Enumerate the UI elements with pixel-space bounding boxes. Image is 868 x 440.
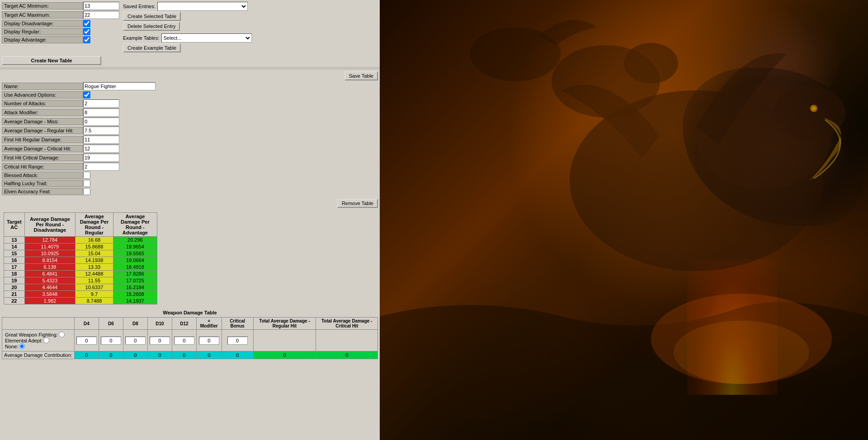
gwf-radio[interactable]: [59, 332, 65, 337]
attacks-input[interactable]: [83, 99, 119, 108]
create-new-table-button[interactable]: Create New Table: [2, 56, 101, 65]
display-reg-checkbox[interactable]: [83, 28, 90, 35]
dis-cell: 6.4841: [24, 271, 75, 277]
avg-contribution-row: Average Damage Contribution: 0 0 0 0 0 0…: [2, 351, 378, 359]
first-hit-crit-input[interactable]: [83, 154, 119, 162]
elven-checkbox[interactable]: [83, 188, 90, 195]
dis-cell: 4.4644: [24, 284, 75, 291]
display-adv-checkbox[interactable]: [83, 36, 90, 43]
halfling-row: Halfling Lucky Trait:: [2, 180, 378, 187]
saved-entries-select[interactable]: [157, 2, 248, 11]
avg-miss-row: Average Damage - Miss:: [2, 117, 378, 126]
create-table-row: Create New Table: [0, 54, 380, 67]
header-adv: Average Damage Per Round - Advantage: [113, 213, 157, 237]
avg-crit-input[interactable]: [83, 145, 119, 153]
adv-cell: 18.4918: [113, 264, 157, 271]
adv-cell: 19.5565: [113, 250, 157, 257]
target-ac-min-input[interactable]: [83, 2, 119, 10]
avg-reg-input[interactable]: [83, 126, 119, 135]
ea-radio[interactable]: [43, 337, 49, 343]
name-input[interactable]: [83, 82, 156, 90]
weapon-header-row: D4 D6 D8 D10 D12 + Modifier Critical Bon…: [2, 318, 378, 330]
avg-crit-label: Average Damage - Critical Hit:: [2, 145, 83, 152]
weapon-crit-header: Critical Bonus: [222, 318, 253, 330]
reg-cell: 11.55: [75, 277, 113, 284]
avg-miss-input[interactable]: [83, 117, 119, 126]
avg-d8-cell: 0: [123, 351, 147, 359]
dis-cell: 12.784: [24, 237, 75, 243]
avg-crit-row: Average Damage - Critical Hit:: [2, 145, 378, 153]
reg-cell: 9.7: [75, 291, 113, 298]
display-dis-label: Display Disadvantage:: [2, 20, 83, 27]
saved-entries-label: Saved Entries:: [123, 4, 156, 9]
table-row: 204.464410.633716.2184: [4, 284, 157, 291]
delete-selected-button[interactable]: Delete Selected Entry: [123, 22, 180, 31]
gwf-row: Great Weapon Fighting:: [5, 332, 65, 337]
create-selected-button[interactable]: Create Selected Table: [123, 12, 181, 21]
first-hit-reg-input[interactable]: [83, 136, 119, 144]
reg-cell: 10.6337: [75, 284, 113, 291]
avg-d10-cell: 0: [147, 351, 172, 359]
none-radio[interactable]: [19, 343, 25, 349]
attack-mod-input[interactable]: [83, 108, 119, 117]
target-ac-max-input[interactable]: [83, 11, 119, 19]
crit-range-label: Critical Hit Range:: [2, 163, 83, 170]
crit-range-row: Critical Hit Range:: [2, 163, 378, 171]
d10-input[interactable]: [150, 337, 170, 345]
example-tables-row: Example Tables: Select...: [123, 33, 252, 42]
svg-point-2: [773, 86, 845, 140]
target-ac-min-label: Target AC Minimum:: [2, 2, 83, 9]
blessed-checkbox[interactable]: [83, 172, 90, 179]
name-label: Name:: [2, 83, 83, 90]
table-row: 176.13813.3318.4918: [4, 264, 157, 271]
example-tables-select[interactable]: Select...: [161, 33, 252, 42]
d6-input[interactable]: [101, 337, 121, 345]
halfling-label: Halfling Lucky Trait:: [2, 180, 83, 187]
remove-table-button[interactable]: Remove Table: [337, 199, 378, 208]
blessed-label: Blessed Attack:: [2, 172, 83, 179]
first-hit-reg-row: First Hit Regular Damage:: [2, 136, 378, 144]
header-ac: Target AC: [4, 213, 25, 237]
avg-d4-cell: 0: [74, 351, 99, 359]
d8-input[interactable]: [125, 337, 146, 345]
create-selected-row: Create Selected Table: [123, 12, 252, 21]
damage-table-section: Target AC Average Damage Per Round - Dis…: [0, 209, 380, 308]
reg-cell: 15.8688: [75, 243, 113, 250]
create-example-button[interactable]: Create Example Table: [123, 43, 181, 52]
attack-mod-label: Attack Modifier:: [2, 109, 83, 116]
table-row: 213.58489.715.2608: [4, 291, 157, 298]
save-row: Save Table: [2, 71, 378, 80]
table-row: 1510.092515.0419.5565: [4, 250, 157, 257]
weapon-d10-header: D10: [147, 318, 172, 330]
elven-row: Elven Accuracy Feat:: [2, 188, 378, 195]
config-section: Target AC Minimum: Target AC Maximum: Di…: [2, 2, 119, 52]
adv-cell: 17.8286: [113, 271, 157, 277]
avg-total-reg-cell: 0: [253, 351, 316, 359]
damage-table: Target AC Average Damage Per Round - Dis…: [4, 212, 157, 304]
left-panel: Target AC Minimum: Target AC Maximum: Di…: [0, 0, 380, 440]
avg-d6-cell: 0: [99, 351, 123, 359]
weapon-tbody: Average Damage Contribution: 0 0 0 0 0 0…: [2, 351, 378, 359]
d12-input[interactable]: [174, 337, 194, 345]
example-tables-label: Example Tables:: [123, 35, 160, 41]
first-hit-crit-row: First Hit Critical Damage:: [2, 154, 378, 162]
modifier-input[interactable]: [199, 337, 219, 345]
crit-bonus-input[interactable]: [227, 337, 248, 345]
dis-cell: 8.8154: [24, 257, 75, 264]
save-table-button[interactable]: Save Table: [344, 71, 378, 80]
display-reg-row: Display Regular:: [2, 28, 119, 35]
halfling-checkbox[interactable]: [83, 180, 90, 187]
reg-cell: 12.4488: [75, 271, 113, 277]
reg-cell: 16.68: [75, 237, 113, 243]
ea-row: Elemental Adept:: [5, 337, 49, 343]
weapon-section: Weapon Damage Table D4 D6 D8 D10 D12 + M…: [0, 308, 380, 361]
display-dis-checkbox[interactable]: [83, 20, 90, 27]
target-ac-min-row: Target AC Minimum:: [2, 2, 119, 10]
blessed-row: Blessed Attack:: [2, 172, 378, 179]
avg-d12-cell: 0: [172, 351, 196, 359]
weapon-title: Weapon Damage Table: [2, 310, 378, 315]
crit-range-input[interactable]: [83, 163, 119, 171]
advanced-checkbox[interactable]: [83, 91, 90, 98]
d4-input[interactable]: [76, 337, 97, 345]
ac-cell: 22: [4, 298, 25, 304]
